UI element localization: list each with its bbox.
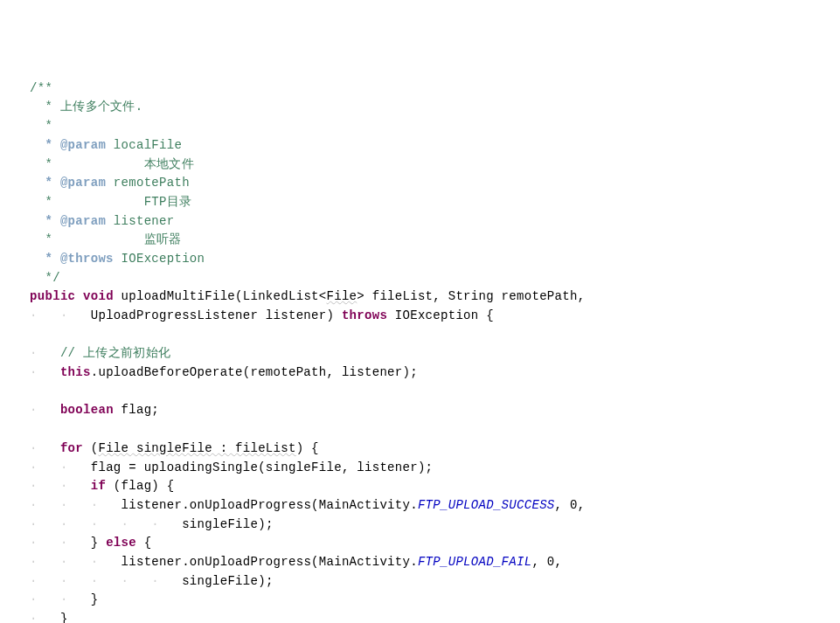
kw-else: else xyxy=(106,536,136,550)
ws-dot: · xyxy=(30,555,38,569)
stmt-before: .uploadBeforeOperate(remotePath, listene… xyxy=(91,365,418,379)
ws-dot: · xyxy=(151,574,159,588)
code-block: /** * 上传多个文件. * * @param localFile * 本地文… xyxy=(7,80,833,623)
ws xyxy=(38,441,60,455)
ws-dot: · xyxy=(30,536,38,550)
for-open: ( xyxy=(83,441,98,455)
ws-dot: · xyxy=(30,460,38,474)
ws-dot: · xyxy=(30,441,38,455)
ws xyxy=(159,517,182,531)
ws xyxy=(38,403,60,417)
brace-close-if: } xyxy=(91,592,99,606)
ws-dot: · xyxy=(151,517,159,531)
ws-dot: · xyxy=(60,555,68,569)
ws xyxy=(98,574,121,588)
doc-param3-tag: * @param xyxy=(38,214,106,228)
stmt-else-open: { xyxy=(136,536,151,550)
comment-init: // 上传之前初始化 xyxy=(60,346,170,360)
ws xyxy=(68,574,91,588)
brace-close-for: } xyxy=(60,612,68,623)
ws xyxy=(38,517,60,531)
ws-dot: · xyxy=(121,574,129,588)
method-sig2: UploadProgressListener listener) xyxy=(91,308,342,322)
ws-dot: · xyxy=(60,460,68,474)
ws xyxy=(38,479,60,493)
doc-throws-tag: * @throws xyxy=(38,252,114,266)
ws-dot: · xyxy=(30,308,38,322)
ws-dot: · xyxy=(30,498,38,512)
ws xyxy=(68,555,91,569)
ws xyxy=(159,574,182,588)
doc-param2-name: remotePath xyxy=(106,176,190,190)
ws xyxy=(98,498,121,512)
ws xyxy=(38,498,60,512)
ws-dot: · xyxy=(60,592,68,606)
for-decl: File singleFile : fileList xyxy=(98,441,295,455)
kw-throws: throws xyxy=(342,308,387,322)
doc-param2-tag: * @param xyxy=(38,176,106,190)
ws xyxy=(68,536,91,550)
stmt-flag-assign: flag = uploadingSingle(singleFile, liste… xyxy=(91,460,434,474)
ws-dot: · xyxy=(30,517,38,531)
doc-param1-desc: * 本地文件 xyxy=(38,157,194,171)
ws xyxy=(98,555,121,569)
stmt-success-args: , 0, xyxy=(555,498,586,512)
ws xyxy=(38,460,60,474)
ws-dot: · xyxy=(60,574,68,588)
kw-for: for xyxy=(60,441,83,455)
field-fail: FTP_UPLOAD_FAIL xyxy=(418,555,532,569)
stmt-fail-call: listener.onUploadProgress(MainActivity. xyxy=(121,555,418,569)
ws xyxy=(38,592,60,606)
ws xyxy=(68,308,91,322)
doc-param1-tag: * @param xyxy=(38,138,106,152)
ws-dot: · xyxy=(60,517,68,531)
stmt-fail-end: singleFile); xyxy=(182,574,273,588)
ws xyxy=(38,574,60,588)
method-name: uploadMultiFile(LinkedList< xyxy=(114,289,327,303)
doc-summary: * 上传多个文件. xyxy=(38,100,143,114)
doc-open: /** xyxy=(30,81,52,95)
stmt-if: (flag) { xyxy=(106,479,174,493)
doc-throws-name: IOException xyxy=(114,252,205,266)
kw-public: public xyxy=(30,289,75,303)
ws-dot: · xyxy=(30,612,38,623)
ws-dot: · xyxy=(60,308,68,322)
ws-dot: · xyxy=(121,517,129,531)
ws xyxy=(38,365,60,379)
ws xyxy=(38,308,60,322)
stmt-success-call: listener.onUploadProgress(MainActivity. xyxy=(121,498,418,512)
ws xyxy=(38,612,60,623)
doc-star: * xyxy=(38,119,52,133)
for-close: ) { xyxy=(296,441,319,455)
method-sig3: IOException { xyxy=(387,308,494,322)
kw-boolean: boolean xyxy=(60,403,114,417)
type-file: File xyxy=(326,289,357,303)
ws-dot: · xyxy=(30,346,38,360)
ws xyxy=(68,498,91,512)
ws xyxy=(68,479,91,493)
kw-this: this xyxy=(60,365,91,379)
stmt-flag: flag; xyxy=(114,403,159,417)
ws xyxy=(68,517,91,531)
ws xyxy=(68,592,91,606)
method-sig-mid: > fileList, String remotePath, xyxy=(357,289,585,303)
ws-dot: · xyxy=(30,479,38,493)
ws-dot: · xyxy=(30,592,38,606)
ws-dot: · xyxy=(30,365,38,379)
ws xyxy=(98,517,121,531)
ws xyxy=(38,555,60,569)
stmt-fail-args: , 0, xyxy=(531,555,562,569)
doc-param1-name: localFile xyxy=(106,138,182,152)
ws-dot: · xyxy=(60,479,68,493)
ws-dot: · xyxy=(60,536,68,550)
doc-param3-desc: * 监听器 xyxy=(38,232,182,246)
brace-close-else: } xyxy=(91,536,106,550)
ws-dot: · xyxy=(30,403,38,417)
ws-dot: · xyxy=(60,498,68,512)
kw-if: if xyxy=(91,479,106,493)
doc-param3-name: listener xyxy=(106,214,174,228)
field-success: FTP_UPLOAD_SUCCESS xyxy=(418,498,555,512)
ws-dot: · xyxy=(30,574,38,588)
ws xyxy=(128,517,151,531)
ws xyxy=(38,536,60,550)
